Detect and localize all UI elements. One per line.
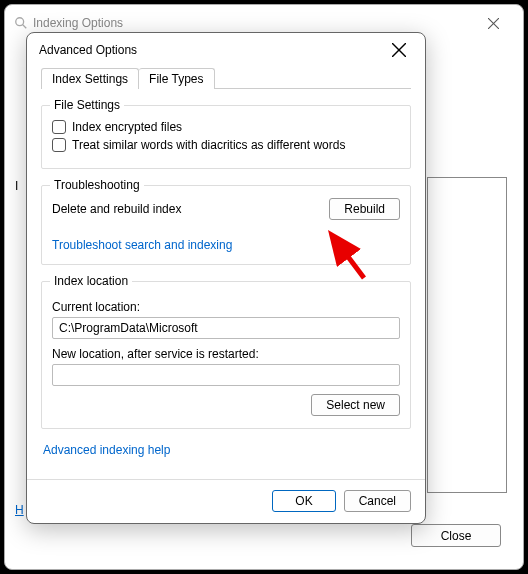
current-location-field[interactable] bbox=[52, 317, 400, 339]
current-location-label: Current location: bbox=[52, 300, 400, 314]
dlg-titlebar: Advanced Options bbox=[27, 33, 425, 67]
tab-file-types[interactable]: File Types bbox=[139, 68, 214, 89]
checkbox-row-encrypted: Index encrypted files bbox=[52, 120, 400, 134]
bg-window-title: Indexing Options bbox=[33, 16, 471, 30]
label-index-encrypted: Index encrypted files bbox=[72, 120, 182, 134]
cancel-button-label: Cancel bbox=[359, 494, 396, 508]
select-new-button-label: Select new bbox=[326, 398, 385, 412]
svg-point-0 bbox=[16, 18, 24, 26]
tab-strip: Index Settings File Types bbox=[41, 67, 411, 89]
new-location-label: New location, after service is restarted… bbox=[52, 347, 400, 361]
bg-help-link[interactable]: H bbox=[15, 503, 24, 517]
advanced-options-dialog: Advanced Options Index Settings File Typ… bbox=[26, 32, 426, 524]
rebuild-button[interactable]: Rebuild bbox=[329, 198, 400, 220]
rebuild-row: Delete and rebuild index Rebuild bbox=[52, 198, 400, 220]
dlg-footer: OK Cancel bbox=[27, 479, 425, 522]
ok-button-label: OK bbox=[295, 494, 312, 508]
rebuild-button-label: Rebuild bbox=[344, 202, 385, 216]
bg-close-main-label: Close bbox=[441, 529, 472, 543]
close-button[interactable] bbox=[385, 36, 413, 64]
troubleshooting-legend: Troubleshooting bbox=[50, 178, 144, 192]
advanced-indexing-help-link[interactable]: Advanced indexing help bbox=[43, 443, 170, 457]
label-diacritics: Treat similar words with diacritics as d… bbox=[72, 138, 345, 152]
cancel-button[interactable]: Cancel bbox=[344, 490, 411, 512]
svg-line-1 bbox=[23, 25, 27, 29]
file-settings-legend: File Settings bbox=[50, 98, 124, 112]
dlg-body: Index Settings File Types File Settings … bbox=[27, 67, 425, 479]
bg-close-button[interactable] bbox=[471, 9, 515, 37]
index-location-group: Index location Current location: New loc… bbox=[41, 281, 411, 429]
checkbox-index-encrypted[interactable] bbox=[52, 120, 66, 134]
troubleshooting-group: Troubleshooting Delete and rebuild index… bbox=[41, 185, 411, 265]
bg-list-panel bbox=[427, 177, 507, 493]
troubleshoot-link[interactable]: Troubleshoot search and indexing bbox=[52, 238, 232, 252]
ok-button[interactable]: OK bbox=[272, 490, 335, 512]
checkbox-diacritics[interactable] bbox=[52, 138, 66, 152]
tab-index-settings[interactable]: Index Settings bbox=[41, 68, 139, 89]
search-icon bbox=[13, 15, 29, 31]
dlg-title: Advanced Options bbox=[39, 43, 385, 57]
index-location-legend: Index location bbox=[50, 274, 132, 288]
checkbox-row-diacritics: Treat similar words with diacritics as d… bbox=[52, 138, 400, 152]
file-settings-group: File Settings Index encrypted files Trea… bbox=[41, 105, 411, 169]
bg-left-label: I bbox=[15, 179, 18, 193]
select-new-button[interactable]: Select new bbox=[311, 394, 400, 416]
bg-close-main-button[interactable]: Close bbox=[411, 524, 501, 547]
rebuild-label: Delete and rebuild index bbox=[52, 202, 181, 216]
new-location-field[interactable] bbox=[52, 364, 400, 386]
